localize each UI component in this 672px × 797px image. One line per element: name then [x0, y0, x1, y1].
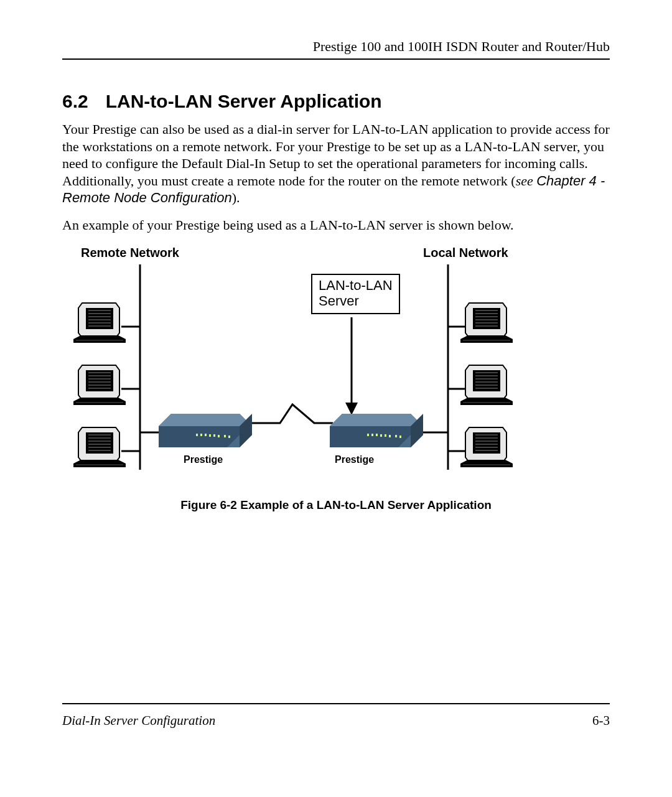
footer-section-name: Dial-In Server Configuration	[62, 713, 215, 729]
section-title: LAN-to-LAN Server Application	[106, 91, 382, 111]
workstation-icon	[460, 303, 513, 343]
para1-text-b: ).	[232, 190, 240, 205]
network-diagram-svg	[62, 246, 604, 495]
footer-page-number: 6-3	[592, 713, 610, 729]
section-heading: 6.2LAN-to-LAN Server Application	[62, 91, 610, 112]
workstation-icon	[460, 365, 513, 405]
paragraph-2: An example of your Prestige being used a…	[62, 217, 610, 234]
figure-caption: Figure 6-2 Example of a LAN-to-LAN Serve…	[62, 498, 610, 512]
svg-marker-11	[345, 403, 358, 415]
section-number: 6.2	[62, 91, 88, 112]
router-icon	[330, 414, 423, 447]
workstation-icon	[73, 303, 126, 343]
running-header: Prestige 100 and 100IH ISDN Router and R…	[62, 39, 610, 60]
workstation-icon	[460, 427, 513, 467]
para1-see: see	[516, 173, 537, 189]
page-footer: Dial-In Server Configuration 6-3	[62, 703, 610, 729]
paragraph-1: Your Prestige can also be used as a dial…	[62, 121, 610, 207]
figure-6-2-diagram: Remote Network Local Network LAN-to-LAN …	[62, 246, 604, 495]
workstation-icon	[73, 427, 126, 467]
router-icon	[159, 414, 252, 447]
workstation-icon	[73, 365, 126, 405]
